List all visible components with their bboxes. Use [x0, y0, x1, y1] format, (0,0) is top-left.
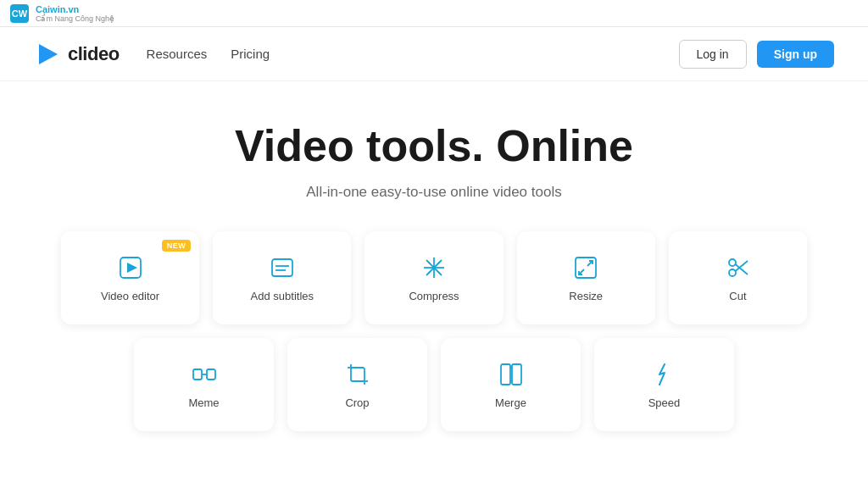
tool-label-speed: Speed [648, 396, 681, 409]
logo-text: clideo [68, 43, 120, 65]
svg-line-14 [426, 272, 430, 275]
login-button[interactable]: Log in [679, 40, 747, 69]
svg-rect-26 [351, 368, 364, 381]
tool-meme[interactable]: Meme [134, 338, 274, 431]
hero-subtitle: All-in-one easy-to-use online video tool… [17, 184, 851, 201]
favicon-logo: CW [10, 4, 29, 23]
tool-compress[interactable]: Compress [364, 231, 503, 324]
svg-line-15 [438, 272, 442, 275]
favicon-site-title: Caiwin.vn [36, 4, 114, 14]
nav-pricing[interactable]: Pricing [231, 47, 270, 61]
favicon-site-subtitle: Cẩm Nang Công Nghệ [36, 14, 114, 23]
subtitles-icon [269, 254, 296, 281]
meme-icon [191, 361, 218, 388]
compress-icon [420, 254, 448, 281]
resize-icon [572, 254, 599, 281]
clideo-logo-icon [34, 41, 61, 68]
tools-row-2: Meme Crop Merge [61, 338, 807, 431]
svg-line-13 [438, 260, 442, 263]
crop-icon [344, 361, 371, 388]
speed-icon [651, 361, 678, 388]
svg-rect-31 [501, 364, 510, 385]
hero-title: Video tools. Online [17, 122, 851, 170]
tool-crop[interactable]: Crop [287, 338, 427, 431]
tool-label-crop: Crop [345, 396, 369, 409]
svg-rect-23 [193, 369, 202, 380]
tool-cut[interactable]: Cut [669, 231, 807, 324]
merge-icon [498, 361, 525, 388]
nav-resources[interactable]: Resources [147, 47, 208, 61]
navbar: clideo Resources Pricing Log in Sign up [0, 27, 868, 81]
favicon-text: Caiwin.vn Cẩm Nang Công Nghệ [36, 4, 114, 23]
nav-actions: Log in Sign up [679, 40, 834, 69]
nav-links: Resources Pricing [147, 47, 679, 61]
play-icon [117, 254, 144, 281]
tools-section: NEW Video editor Add subtitles [44, 231, 824, 479]
tool-label-resize: Resize [569, 290, 603, 302]
svg-line-12 [426, 260, 430, 263]
tool-label-merge: Merge [495, 396, 526, 409]
logo-area[interactable]: clideo [34, 41, 120, 68]
signup-button[interactable]: Sign up [757, 41, 834, 68]
scissors-icon [724, 254, 751, 281]
svg-rect-3 [272, 259, 292, 276]
badge-new: NEW [162, 240, 192, 252]
svg-marker-0 [39, 44, 58, 64]
svg-point-19 [729, 269, 736, 276]
svg-rect-32 [512, 364, 521, 385]
svg-point-20 [729, 259, 736, 266]
tool-label-meme: Meme [188, 396, 219, 409]
tool-resize[interactable]: Resize [517, 231, 655, 324]
tool-add-subtitles[interactable]: Add subtitles [213, 231, 351, 324]
favicon-bar: CW Caiwin.vn Cẩm Nang Công Nghệ [0, 0, 868, 27]
tool-label-video-editor: Video editor [101, 290, 159, 302]
tool-speed[interactable]: Speed [594, 338, 734, 431]
tool-video-editor[interactable]: NEW Video editor [61, 231, 199, 324]
tool-label-compress: Compress [409, 290, 459, 302]
tool-label-add-subtitles: Add subtitles [251, 290, 314, 302]
svg-marker-2 [127, 263, 137, 273]
tools-row-1: NEW Video editor Add subtitles [61, 231, 807, 324]
tool-label-cut: Cut [729, 290, 746, 302]
svg-rect-24 [207, 369, 215, 380]
hero-section: Video tools. Online All-in-one easy-to-u… [0, 81, 868, 231]
tool-merge[interactable]: Merge [441, 338, 581, 431]
